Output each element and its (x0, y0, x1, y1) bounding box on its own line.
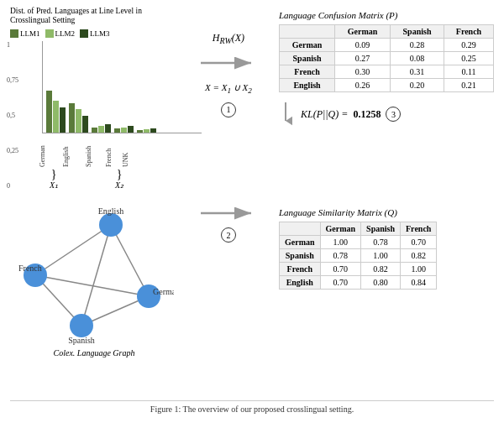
bar-german-llm1 (46, 91, 52, 133)
sm-row-label-english: English (280, 276, 321, 290)
bar-unk-llm1 (137, 130, 143, 133)
svg-text:Spanish: Spanish (68, 336, 95, 345)
legend-llm3: LLM3 (80, 29, 110, 38)
sm-row-english: English0.700.800.84 (280, 276, 437, 290)
confusion-matrix-section: Language Confusion Matrix (P) German Spa… (279, 7, 494, 128)
bar-spanish-llm3 (105, 124, 111, 133)
bar-english-llm3 (82, 116, 88, 133)
bottom-caption: Figure 1: The overview of our proposed c… (10, 400, 494, 414)
bar-french-llm3 (128, 126, 134, 133)
chart-title: Dist. of Pred. Languages at Line Level i… (10, 7, 178, 26)
brace-x2: }X₂ (91, 169, 148, 190)
sm-cell-2-0: 0.70 (320, 263, 361, 276)
braces-row: }X₁}X₂ (29, 169, 178, 190)
graph-label: Colex. Language Graph (54, 348, 135, 358)
cm-cell-2-1: 0.31 (391, 65, 444, 79)
cm-row-label-spanish: Spanish (280, 52, 335, 65)
main-container: Dist. of Pred. Languages at Line Level i… (0, 0, 504, 428)
legend-box-llm3 (80, 29, 88, 38)
union-formula: X = X1 ∪ X2 (205, 82, 252, 95)
sm-row-french: French0.700.821.00 (280, 263, 437, 276)
bar-group-german (46, 91, 66, 133)
y-label-025: 0,25 (7, 147, 18, 154)
svg-point-13 (70, 314, 93, 337)
sm-cell-2-1: 0.82 (361, 263, 401, 276)
cm-cell-2-0: 0.30 (335, 65, 391, 79)
cm-header-empty (280, 25, 335, 39)
bar-chart-wrapper (42, 41, 202, 133)
sm-row-label-french: French (280, 263, 321, 276)
sm-row-german: German1.000.780.70 (280, 236, 437, 249)
sm-cell-0-1: 0.78 (361, 236, 401, 249)
bar-english-llm1 (69, 103, 75, 133)
chart-section: Dist. of Pred. Languages at Line Level i… (10, 7, 178, 190)
confusion-matrix-title: Language Confusion Matrix (P) (279, 10, 494, 20)
sm-row-label-spanish: Spanish (280, 249, 321, 263)
bar-group-english (69, 103, 88, 133)
cm-cell-2-2: 0.11 (444, 65, 493, 79)
similarity-matrix-title: Language Similarity Matrix (Q) (279, 207, 437, 217)
bars-container (43, 41, 202, 133)
step1-circle: 1 (221, 102, 236, 117)
svg-text:French: French (18, 264, 42, 273)
bar-chart-container: 1 0,75 0,5 0,25 0 GermanEnglishSpanishFr… (25, 41, 178, 190)
cm-header-spanish: Spanish (391, 25, 444, 39)
step2-circle: 2 (221, 227, 236, 243)
x-label-english: English (62, 135, 70, 167)
cm-row-french: French0.300.310.11 (280, 65, 494, 79)
similarity-matrix-section: Language Similarity Matrix (Q) German Sp… (279, 204, 437, 290)
bottom-row: English French German Spanish Colex. Lan… (10, 204, 494, 397)
cm-cell-3-2: 0.21 (444, 79, 493, 92)
sm-cell-1-2: 0.82 (401, 249, 437, 263)
sm-header-german: German (320, 222, 361, 236)
kl-row: KL(P||Q) = 0.1258 3 (279, 101, 494, 128)
sm-header-spanish: Spanish (361, 222, 401, 236)
legend-label-llm3: LLM3 (90, 29, 110, 38)
svg-text:German: German (153, 287, 174, 296)
kl-value: 0.1258 (353, 108, 381, 121)
cm-row-english: English0.260.200.21 (280, 79, 494, 92)
confusion-matrix-table: German Spanish French German0.090.280.29… (279, 24, 494, 92)
y-label-05: 0,5 (7, 112, 18, 119)
similarity-matrix-table: German Spanish French German1.000.780.70… (279, 222, 437, 290)
cm-cell-1-2: 0.25 (444, 52, 493, 65)
y-label-075: 0,75 (7, 76, 18, 84)
x-label-unk: UNK (122, 135, 129, 167)
graph-section: English French German Spanish Colex. Lan… (10, 204, 178, 358)
sm-cell-3-2: 0.84 (401, 276, 437, 290)
cm-cell-1-0: 0.27 (335, 52, 391, 65)
x-label-spanish: Spanish (85, 135, 92, 167)
cm-header-german: German (335, 25, 391, 39)
bar-unk-llm2 (144, 129, 150, 133)
sm-row-spanish: Spanish0.781.000.82 (280, 249, 437, 263)
down-arrow-kl (279, 101, 292, 128)
bar-spanish-llm1 (92, 128, 97, 133)
svg-line-6 (81, 225, 111, 326)
kl-formula: KL(P||Q) = (301, 108, 348, 121)
sm-cell-3-0: 0.70 (320, 276, 361, 290)
y-axis-labels: 1 0,75 0,5 0,25 0 (7, 41, 18, 190)
sm-cell-1-1: 1.00 (361, 249, 401, 263)
bar-group-unk (137, 128, 156, 133)
x-label-french: French (105, 135, 113, 167)
legend-llm2: LLM2 (45, 29, 76, 38)
svg-text:English: English (98, 206, 124, 216)
cm-row-german: German0.090.280.29 (280, 39, 494, 52)
bar-group-spanish (92, 124, 111, 133)
language-graph-svg: English French German Spanish (14, 204, 174, 347)
cm-cell-1-1: 0.08 (391, 52, 444, 65)
cm-row-label-french: French (280, 65, 335, 79)
sm-header-french: French (401, 222, 437, 236)
legend-box-llm2 (45, 29, 54, 38)
sm-cell-1-0: 0.78 (320, 249, 361, 263)
bar-unk-llm3 (150, 128, 156, 133)
y-label-1: 1 (7, 41, 18, 49)
legend-label-llm1: LLM1 (20, 29, 40, 38)
svg-point-10 (99, 213, 123, 237)
cm-row-spanish: Spanish0.270.080.25 (280, 52, 494, 65)
cm-cell-0-2: 0.29 (444, 39, 493, 52)
svg-line-4 (35, 225, 111, 275)
bar-french-llm2 (121, 128, 127, 133)
step3-circle: 3 (386, 107, 401, 122)
bar-spanish-llm2 (98, 126, 104, 133)
